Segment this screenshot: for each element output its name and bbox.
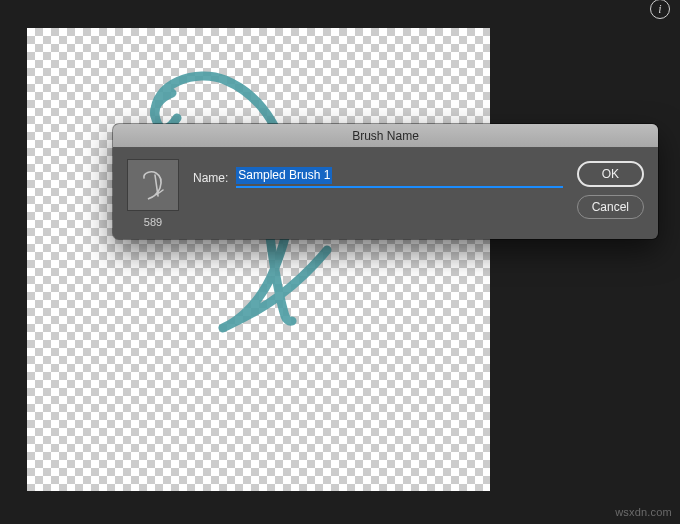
info-icon[interactable]: i — [650, 0, 670, 19]
cancel-button[interactable]: Cancel — [577, 195, 644, 219]
dialog-title: Brush Name — [113, 124, 658, 148]
brush-name-input[interactable] — [236, 167, 562, 188]
document-canvas[interactable] — [27, 28, 490, 491]
info-glyph: i — [658, 3, 661, 15]
ok-button[interactable]: OK — [577, 161, 644, 187]
name-label: Name: — [193, 171, 228, 185]
brush-preview-size: 589 — [144, 216, 162, 228]
brush-stroke — [27, 28, 490, 491]
brush-name-dialog: Brush Name 589 Name: Sampled Brush 1 OK — [113, 124, 658, 239]
name-field-wrap: Sampled Brush 1 — [236, 167, 562, 188]
watermark: wsxdn.com — [615, 506, 672, 518]
brush-preview — [127, 159, 179, 211]
brush-preview-icon — [133, 165, 173, 205]
